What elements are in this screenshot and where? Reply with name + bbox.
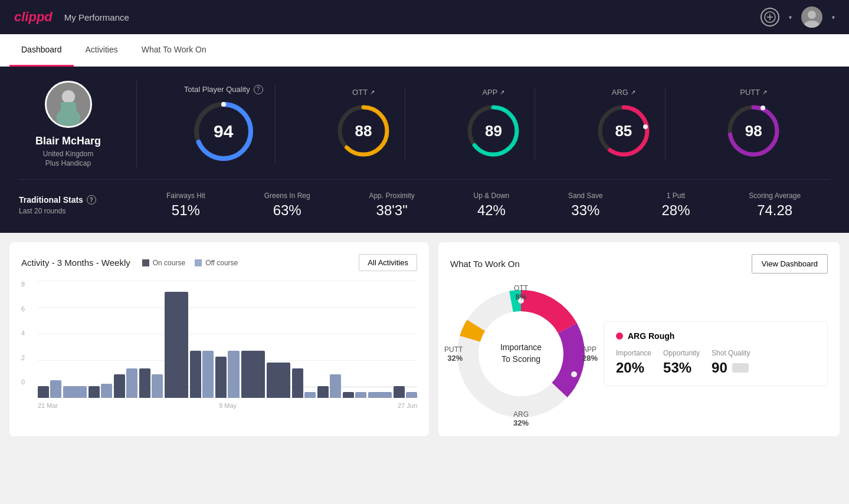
tab-what-to-work-on[interactable]: What To Work On xyxy=(130,34,218,67)
hero-section: Blair McHarg United Kingdom Plus Handica… xyxy=(0,67,849,233)
bar-on-course xyxy=(241,351,265,398)
svg-point-13 xyxy=(221,102,226,107)
app-label: APP ↗ xyxy=(482,88,504,97)
add-button[interactable] xyxy=(761,8,779,27)
arg-stat-opportunity: Opportunity 53% xyxy=(663,349,700,376)
on-course-dot xyxy=(142,259,149,266)
stat-1-putt: 1 Putt 28% xyxy=(661,192,690,219)
donut-chart: ImportanceTo Scoring OTT 8% APP 28% ARG … xyxy=(450,283,592,424)
bottom-panels: Activity - 3 Months - Weekly On course O… xyxy=(0,233,849,446)
wtwo-right: ARG Rough Importance 20% Opportunity 53%… xyxy=(604,321,828,386)
bar-group xyxy=(165,281,188,398)
bar-off-course xyxy=(355,392,366,398)
arg-value: 85 xyxy=(615,122,632,140)
add-chevron-icon: ▾ xyxy=(789,14,792,21)
bar-off-course xyxy=(368,392,392,398)
off-course-dot xyxy=(195,259,202,266)
view-dashboard-button[interactable]: View Dashboard xyxy=(752,254,828,274)
putt-label: PUTT ↗ xyxy=(740,88,767,97)
bar-on-course xyxy=(292,368,303,398)
stat-up-down-value: 42% xyxy=(477,202,506,219)
stat-app-proximity-label: App. Proximity xyxy=(369,192,414,200)
stat-greens-in-reg: Greens In Reg 63% xyxy=(264,192,310,219)
arg-card-title: ARG Rough xyxy=(616,331,815,341)
svg-point-30 xyxy=(571,371,577,377)
bar-off-course xyxy=(101,384,112,398)
tpq-ring: 94 xyxy=(191,99,256,164)
traditional-stats: Traditional Stats ? Last 20 rounds Fairw… xyxy=(19,179,830,219)
app-score: APP ↗ 89 xyxy=(452,88,535,160)
donut-center-text: ImportanceTo Scoring xyxy=(500,342,542,365)
arg-opportunity-value: 53% xyxy=(663,360,700,376)
bar-group xyxy=(394,281,417,398)
bar-on-course xyxy=(190,351,201,398)
arg-label: ARG ↗ xyxy=(612,88,635,97)
bar-group xyxy=(343,281,366,398)
bar-off-course xyxy=(152,374,163,398)
bar-off-course xyxy=(63,386,87,398)
activity-bar-chart: 8 6 4 2 0 21 xyxy=(21,281,417,410)
svg-point-20 xyxy=(643,124,648,129)
header-title: My Performance xyxy=(64,12,129,22)
legend-on-course: On course xyxy=(142,259,185,267)
logo: clippd xyxy=(14,9,53,25)
arg-shot-quality-label: Shot Quality xyxy=(712,349,750,357)
bar-on-course xyxy=(88,386,100,398)
svg-point-23 xyxy=(761,106,765,110)
stat-sand-save-label: Sand Save xyxy=(568,192,603,200)
bar-off-course xyxy=(330,374,341,398)
stat-scoring-average-value: 74.28 xyxy=(757,202,792,219)
tab-activities[interactable]: Activities xyxy=(74,34,130,67)
header: clippd My Performance ▾ ▾ xyxy=(0,0,849,34)
bar-on-course xyxy=(215,357,227,398)
wtwo-content: ImportanceTo Scoring OTT 8% APP 28% ARG … xyxy=(450,283,828,424)
bar-off-course xyxy=(126,368,137,398)
tpq-score: Total Player Quality ? 94 xyxy=(172,85,276,164)
chart-legend: On course Off course xyxy=(142,259,238,267)
wtwo-panel-header: What To Work On View Dashboard xyxy=(450,254,828,274)
putt-value: 98 xyxy=(745,122,762,140)
tpq-label: Total Player Quality ? xyxy=(184,85,263,94)
bar-off-course xyxy=(406,392,417,398)
bar-group xyxy=(114,281,137,398)
stat-fairways-hit-value: 51% xyxy=(172,202,200,219)
stat-scoring-average-label: Scoring Average xyxy=(749,192,801,200)
bar-off-course xyxy=(202,351,214,398)
bar-on-course xyxy=(139,368,150,398)
bar-on-course xyxy=(38,386,49,398)
bar-on-course xyxy=(114,374,125,398)
app-ring: 89 xyxy=(464,101,523,160)
y-label-2: 2 xyxy=(21,354,35,361)
app-segment-label: APP 28% xyxy=(582,345,598,363)
stat-greens-in-reg-value: 63% xyxy=(273,202,301,219)
tpq-value: 94 xyxy=(214,121,233,141)
bar-group xyxy=(190,281,214,398)
all-activities-button[interactable]: All Activities xyxy=(359,254,417,271)
arg-importance-label: Importance xyxy=(616,349,651,357)
bar-group xyxy=(38,281,61,398)
tab-dashboard[interactable]: Dashboard xyxy=(9,34,74,67)
app-value: 89 xyxy=(485,122,502,140)
ott-arrow-icon: ↗ xyxy=(370,89,375,95)
bar-group xyxy=(139,281,163,398)
arg-stats-row: Importance 20% Opportunity 53% Shot Qual… xyxy=(616,349,815,376)
arg-importance-value: 20% xyxy=(616,360,651,376)
activity-chart-title: Activity - 3 Months - Weekly xyxy=(21,258,130,268)
bar-group xyxy=(292,281,316,398)
trad-help-icon[interactable]: ? xyxy=(87,195,96,205)
x-label-mar: 21 Mar xyxy=(38,402,58,409)
avatar-button[interactable] xyxy=(801,6,822,28)
y-label-4: 4 xyxy=(21,330,35,337)
stat-scoring-average: Scoring Average 74.28 xyxy=(749,192,801,219)
trad-label-section: Traditional Stats ? Last 20 rounds xyxy=(19,195,137,215)
wtwo-title: What To Work On xyxy=(450,259,520,269)
scores-section: Total Player Quality ? 94 OTT ↗ xyxy=(137,85,830,164)
stat-1-putt-label: 1 Putt xyxy=(667,192,685,200)
player-country: United Kingdom xyxy=(43,150,93,158)
arg-arrow-icon: ↗ xyxy=(631,89,635,95)
hero-top: Blair McHarg United Kingdom Plus Handica… xyxy=(19,81,830,167)
bar-group xyxy=(317,281,341,398)
shot-quality-badge xyxy=(732,363,749,373)
tpq-help-icon[interactable]: ? xyxy=(254,85,263,94)
trad-sublabel: Last 20 rounds xyxy=(19,207,118,215)
